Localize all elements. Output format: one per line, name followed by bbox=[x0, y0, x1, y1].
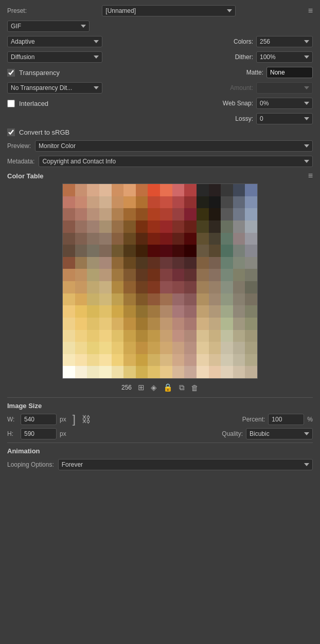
color-cell[interactable] bbox=[172, 281, 185, 293]
color-cell[interactable] bbox=[245, 366, 257, 378]
color-cell[interactable] bbox=[148, 257, 160, 269]
color-cell[interactable] bbox=[87, 305, 99, 318]
color-cell[interactable] bbox=[221, 318, 233, 330]
color-cell[interactable] bbox=[112, 220, 124, 233]
color-cell[interactable] bbox=[221, 269, 233, 281]
color-cell[interactable] bbox=[221, 281, 233, 293]
color-cell[interactable] bbox=[136, 330, 148, 342]
color-cell[interactable] bbox=[148, 281, 160, 293]
color-cell[interactable] bbox=[123, 366, 136, 378]
color-cell[interactable] bbox=[112, 354, 124, 366]
color-cell[interactable] bbox=[148, 184, 160, 196]
websnap-select[interactable]: 0% bbox=[256, 98, 313, 109]
color-cell[interactable] bbox=[63, 330, 75, 342]
color-cell[interactable] bbox=[63, 208, 75, 220]
color-cell[interactable] bbox=[172, 245, 185, 257]
color-cell[interactable] bbox=[233, 281, 245, 293]
color-cell[interactable] bbox=[209, 366, 221, 378]
color-cell[interactable] bbox=[75, 281, 87, 293]
color-cell[interactable] bbox=[123, 293, 136, 306]
color-cell[interactable] bbox=[136, 342, 148, 354]
color-cell[interactable] bbox=[245, 269, 257, 281]
color-cell[interactable] bbox=[233, 342, 245, 354]
color-cell[interactable] bbox=[99, 257, 112, 269]
color-cell[interactable] bbox=[75, 330, 87, 342]
color-cell[interactable] bbox=[112, 233, 124, 245]
amount-select[interactable] bbox=[256, 82, 313, 94]
color-cell[interactable] bbox=[184, 257, 197, 269]
width-input[interactable] bbox=[21, 414, 57, 425]
color-cell[interactable] bbox=[99, 281, 112, 293]
color-cell[interactable] bbox=[221, 366, 233, 378]
color-cell[interactable] bbox=[87, 257, 99, 269]
color-cell[interactable] bbox=[172, 305, 185, 318]
color-cell[interactable] bbox=[87, 366, 99, 378]
color-cell[interactable] bbox=[160, 342, 172, 354]
color-cell[interactable] bbox=[123, 342, 136, 354]
color-cell[interactable] bbox=[112, 245, 124, 257]
color-cell[interactable] bbox=[136, 208, 148, 220]
color-cell[interactable] bbox=[148, 269, 160, 281]
color-cell[interactable] bbox=[233, 196, 245, 209]
color-cell[interactable] bbox=[63, 354, 75, 366]
color-cell[interactable] bbox=[160, 354, 172, 366]
color-cell[interactable] bbox=[75, 245, 87, 257]
color-cell[interactable] bbox=[75, 257, 87, 269]
color-cell[interactable] bbox=[99, 269, 112, 281]
color-cell[interactable] bbox=[184, 281, 197, 293]
lock-icon[interactable]: 🔒 bbox=[163, 383, 173, 392]
color-cell[interactable] bbox=[148, 318, 160, 330]
color-cell[interactable] bbox=[99, 318, 112, 330]
color-cell[interactable] bbox=[99, 196, 112, 209]
color-cell[interactable] bbox=[160, 293, 172, 306]
color-cell[interactable] bbox=[123, 220, 136, 233]
color-cell[interactable] bbox=[184, 305, 197, 318]
color-cell[interactable] bbox=[148, 208, 160, 220]
color-cell[interactable] bbox=[172, 269, 185, 281]
height-input[interactable] bbox=[21, 428, 57, 439]
color-cell[interactable] bbox=[136, 257, 148, 269]
color-cell[interactable] bbox=[233, 293, 245, 306]
color-cell[interactable] bbox=[123, 318, 136, 330]
color-cell[interactable] bbox=[245, 293, 257, 306]
color-cell[interactable] bbox=[197, 354, 209, 366]
color-cell[interactable] bbox=[75, 354, 87, 366]
color-cell[interactable] bbox=[160, 196, 172, 209]
color-cell[interactable] bbox=[99, 233, 112, 245]
color-cell[interactable] bbox=[87, 354, 99, 366]
color-cell[interactable] bbox=[233, 269, 245, 281]
color-cell[interactable] bbox=[136, 366, 148, 378]
color-cell[interactable] bbox=[136, 196, 148, 209]
color-cell[interactable] bbox=[233, 366, 245, 378]
color-cell[interactable] bbox=[209, 269, 221, 281]
color-cell[interactable] bbox=[87, 330, 99, 342]
color-cell[interactable] bbox=[209, 342, 221, 354]
color-cell[interactable] bbox=[197, 305, 209, 318]
color-cell[interactable] bbox=[99, 293, 112, 306]
color-cell[interactable] bbox=[123, 233, 136, 245]
color-cell[interactable] bbox=[112, 330, 124, 342]
color-cell[interactable] bbox=[63, 196, 75, 209]
color-cell[interactable] bbox=[148, 293, 160, 306]
color-cell[interactable] bbox=[123, 305, 136, 318]
color-cell[interactable] bbox=[172, 220, 185, 233]
color-cell[interactable] bbox=[221, 184, 233, 196]
color-cell[interactable] bbox=[233, 318, 245, 330]
color-cell[interactable] bbox=[184, 293, 197, 306]
lossy-select[interactable]: 0 bbox=[256, 113, 313, 124]
color-cell[interactable] bbox=[233, 330, 245, 342]
color-cell[interactable] bbox=[184, 220, 197, 233]
color-cell[interactable] bbox=[209, 245, 221, 257]
color-cell[interactable] bbox=[197, 366, 209, 378]
color-cell[interactable] bbox=[197, 293, 209, 306]
color-cell[interactable] bbox=[160, 330, 172, 342]
color-cell[interactable] bbox=[184, 269, 197, 281]
color-cell[interactable] bbox=[87, 269, 99, 281]
color-cell[interactable] bbox=[136, 245, 148, 257]
color-cell[interactable] bbox=[136, 305, 148, 318]
color-cell[interactable] bbox=[184, 233, 197, 245]
preset-menu-icon[interactable]: ≡ bbox=[308, 6, 313, 15]
interlaced-checkbox[interactable] bbox=[7, 100, 15, 107]
matte-select[interactable]: None bbox=[266, 67, 313, 78]
color-cell[interactable] bbox=[123, 208, 136, 220]
